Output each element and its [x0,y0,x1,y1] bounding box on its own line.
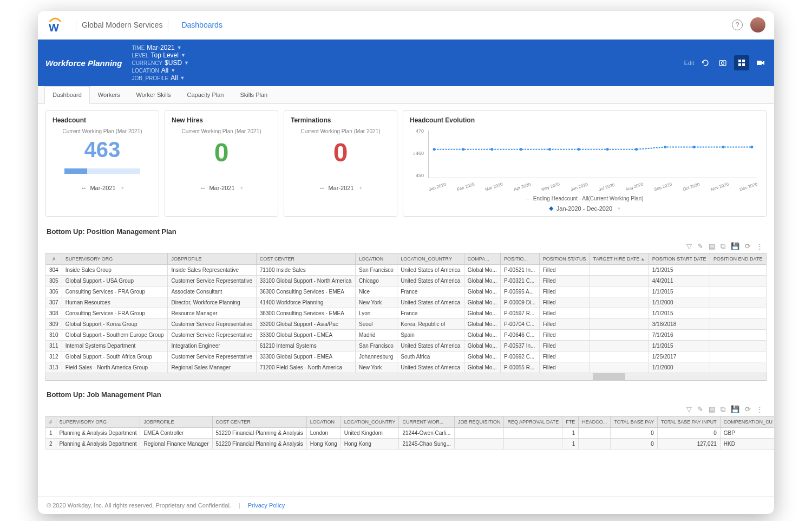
user-avatar[interactable] [750,17,765,32]
top-header: W Global Modern Services Dashboards ? [38,11,774,40]
svg-point-9 [462,148,464,151]
more-icon[interactable]: ⋮ [756,405,763,414]
tab-capacity-plan[interactable]: Capacity Plan [179,86,232,103]
table-row[interactable]: 305Global Support - USA GroupCustomer Se… [46,276,767,286]
period-selector[interactable]: ↔ Mar-2021 ▾ [291,181,390,192]
col-header[interactable]: COST CENTER [212,416,306,428]
filter-currency[interactable]: CURRENCY $USD ▼ [132,59,189,67]
col-header[interactable]: POSITIO... [501,253,540,265]
terminations-value: 0 [291,138,390,167]
tab-dashboard[interactable]: Dashboard [44,86,90,104]
card-title: Headcount [53,116,152,124]
svg-rect-3 [738,60,741,62]
table-row[interactable]: 308Consulting Services - FRA GroupResour… [46,308,767,319]
table-row[interactable]: 1Planning & Analysis DepartmentEMEA Cont… [46,428,775,439]
col-header[interactable]: POSITION START DATE [649,253,710,265]
line-chart: 470460450 #n Jan 2020Feb 2020Mar 2020Apr… [410,128,759,193]
refresh-icon[interactable]: ⟳ [745,242,751,251]
col-header[interactable]: SUPERVISORY ORG [62,253,168,265]
footer: © 2020 Workday, Inc. All rights reserved… [38,496,774,514]
copy-icon[interactable]: ⧉ [721,242,725,251]
filter-job_profile[interactable]: JOB_PROFILE All ▼ [132,74,189,82]
col-header[interactable]: CURRENT WOR... [399,416,455,428]
table-row[interactable]: 307Human ResourcesDirector, Workforce Pl… [46,297,767,308]
save-icon[interactable]: 💾 [731,242,739,251]
col-header[interactable]: POSITION END DATE [710,253,767,265]
col-header[interactable]: JOBPROFILE [140,416,212,428]
svg-point-19 [750,146,753,148]
format-icon[interactable]: ✎ [697,405,703,414]
tab-worker-skills[interactable]: Worker Skills [128,86,179,103]
filter-location[interactable]: LOCATION All ▼ [132,67,189,74]
svg-text:W: W [49,22,59,34]
col-header[interactable]: TOTAL BASE PAY [611,416,658,428]
card-title: New Hires [172,116,271,124]
table-row[interactable]: 310Global Support - Southern Europe Grou… [46,330,767,341]
svg-point-13 [577,148,580,151]
breadcrumb-dashboards[interactable]: Dashboards [181,21,222,29]
period-selector[interactable]: ↔ Mar-2021 ▾ [172,181,271,192]
svg-point-10 [490,148,493,151]
format-icon[interactable]: ✎ [697,242,703,251]
card-subtitle: Current Working Plan (Mar 2021) [53,128,152,134]
columns-icon[interactable]: ▤ [709,405,715,414]
col-header[interactable]: SUPERVISORY ORG [56,416,140,428]
filter-level[interactable]: LEVEL Top Level ▼ [132,51,189,59]
col-header[interactable]: JOBPROFILE [168,253,256,265]
col-header[interactable]: LOCATION [306,416,340,428]
card-subtitle: Current Working Plan (Mar 2021) [291,128,390,134]
col-header[interactable]: COMPA... [464,253,500,265]
filter-time[interactable]: TIME Mar-2021 ▼ [132,44,189,51]
col-header[interactable]: REQ APPROVAL DATE [504,416,562,428]
col-header[interactable]: LOCATION_COUNTRY [397,253,464,265]
period-selector[interactable]: ↔ Mar-2021 ▾ [53,181,152,192]
filter-icon[interactable]: ▽ [686,405,692,414]
svg-point-14 [606,148,609,151]
save-icon[interactable]: 💾 [731,405,739,414]
refresh-icon[interactable] [699,57,711,69]
position-management-table[interactable]: #SUPERVISORY ORGJOBPROFILECOST CENTERLOC… [45,253,767,373]
col-header[interactable]: COMPENSATION_CU [720,416,774,428]
col-header[interactable]: HEADCO... [579,416,611,428]
tab-workers[interactable]: Workers [90,86,128,103]
col-header[interactable]: FTE [562,416,579,428]
col-header[interactable]: POSITION STATUS [539,253,590,265]
tab-skills-plan[interactable]: Skills Plan [232,86,276,103]
table-row[interactable]: 313Field Sales - North America GroupRegi… [46,362,767,373]
kpi-cards: Headcount Current Working Plan (Mar 2021… [45,110,767,217]
table-row[interactable]: 306Consulting Services - FRA GroupAssoci… [46,286,767,297]
svg-point-12 [548,148,551,151]
edit-button[interactable]: Edit [682,57,694,69]
col-header[interactable]: # [46,416,56,428]
col-header[interactable]: LOCATION_COUNTRY [340,416,399,428]
col-header[interactable]: LOCATION [356,253,397,265]
copy-icon[interactable]: ⧉ [721,405,725,414]
table-row[interactable]: 2Planning & Analysis DepartmentRegional … [46,439,775,450]
refresh-icon[interactable]: ⟳ [745,405,751,414]
section-title-2: Bottom Up: Job Management Plan [45,386,767,403]
grid-view-icon[interactable] [734,55,749,70]
camera-icon[interactable] [717,57,729,69]
horizontal-scrollbar[interactable] [45,373,767,381]
more-icon[interactable]: ⋮ [756,242,763,251]
chart-period-selector[interactable]: ◆ Jan-2020 - Dec-2020 ▾ [410,201,759,213]
col-header[interactable]: TOTAL BASE PAY INPUT [657,416,720,428]
svg-rect-4 [742,60,745,62]
privacy-link[interactable]: Privacy Policy [248,502,285,509]
columns-icon[interactable]: ▤ [709,242,715,251]
col-header[interactable]: JOB REQUISITION [454,416,504,428]
workday-logo[interactable]: W [47,16,64,34]
col-header[interactable]: TARGET HIRE DATE▲ [590,253,649,265]
col-header[interactable]: # [46,253,62,265]
help-icon[interactable]: ? [732,19,743,30]
video-icon[interactable] [755,57,767,69]
table-row[interactable]: 304Inside Sales GroupInside Sales Repres… [46,265,767,276]
job-management-table[interactable]: #SUPERVISORY ORGJOBPROFILECOST CENTERLOC… [45,416,774,450]
table-row[interactable]: 311Internal Systems DepartmentIntegratio… [46,341,767,351]
table-row[interactable]: 309Global Support - Korea GroupCustomer … [46,319,767,330]
col-header[interactable]: COST CENTER [256,253,355,265]
new-hires-value: 0 [172,138,271,167]
copyright-text: © 2020 Workday, Inc. All rights reserved… [47,502,231,509]
filter-icon[interactable]: ▽ [686,242,692,251]
table-row[interactable]: 312Global Support - South Africa GroupCu… [46,351,767,362]
